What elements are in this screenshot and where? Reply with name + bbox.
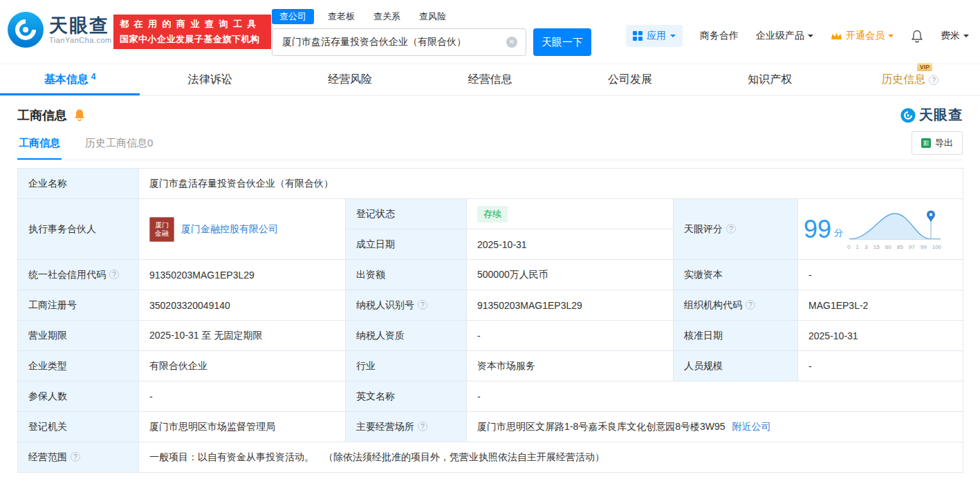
- tianyancha-logo-icon: [900, 108, 916, 123]
- label-business-term: 营业期限: [18, 321, 139, 351]
- section-title: 工商信息: [17, 107, 67, 124]
- label-business-scope: 经营范围: [18, 442, 139, 473]
- export-label: 导出: [935, 137, 953, 149]
- value-business-term: 2025-10-31 至 无固定期限: [139, 321, 346, 351]
- nav-open-vip[interactable]: 开通会员: [831, 30, 894, 42]
- subtab-history-business-info[interactable]: 历史工商信息0: [84, 130, 154, 160]
- caret-down-icon: [670, 35, 676, 40]
- search-tab-boss[interactable]: 查老板: [328, 10, 355, 23]
- promo-banner: 都在用的商业查询工具 国家中小企业发展子基金旗下机构: [113, 15, 271, 49]
- business-cooperation-label: 商务合作: [700, 30, 739, 42]
- caret-down-icon: [808, 35, 813, 40]
- partner-company-link[interactable]: 厦门金融控股有限公司: [181, 223, 278, 236]
- tab-company-development[interactable]: 公司发展: [560, 64, 700, 95]
- value-approval-date: 2025-10-31: [798, 321, 963, 351]
- tab-history-info[interactable]: 历史信息 VIP: [840, 64, 980, 95]
- label-registration-authority: 登记机关: [18, 412, 139, 442]
- value-business-scope: 一般项目：以自有资金从事投资活动。 （除依法须经批准的项目外，凭营业执照依法自主…: [139, 442, 963, 473]
- table-row: 执行事务合伙人 厦门 金融 厦门金融控股有限公司 登记状态 存续 天眼评分 99: [18, 199, 963, 229]
- tab-legal-proceedings[interactable]: 法律诉讼: [140, 64, 279, 95]
- table-row: 经营范围 一般项目：以自有资金从事投资活动。 （除依法须经批准的项目外，凭营业执…: [18, 442, 963, 473]
- value-registration-authority: 厦门市思明区市场监督管理局: [139, 412, 346, 442]
- label-english-name: 英文名称: [346, 381, 467, 412]
- label-insured-count: 参保人数: [18, 381, 139, 412]
- tab-label: 法律诉讼: [188, 73, 232, 87]
- table-row: 营业期限 2025-10-31 至 无固定期限 纳税人资质 - 核准日期 202…: [18, 321, 963, 351]
- open-vip-label: 开通会员: [846, 30, 885, 42]
- value-insured-count: -: [139, 381, 346, 412]
- value-capital: 500000万人民币: [467, 260, 674, 290]
- value-registration-status: 存续: [467, 199, 674, 229]
- bell-icon: [911, 30, 923, 43]
- watermark-logo-text: 天眼查: [919, 106, 963, 124]
- search-tab-relation[interactable]: 查关系: [373, 10, 400, 23]
- logo-domain-text: TianYanCha.com: [49, 36, 112, 44]
- label-executive-partner: 执行事务合伙人: [18, 199, 139, 260]
- nav-business-cooperation[interactable]: 商务合作: [700, 30, 739, 42]
- value-english-name: -: [467, 381, 963, 412]
- subtab-business-info[interactable]: 工商信息: [17, 130, 62, 160]
- value-tianyan-score[interactable]: 99 分 01: [798, 199, 963, 260]
- value-taxpayer-quality: -: [467, 321, 674, 351]
- clear-icon[interactable]: [506, 37, 517, 48]
- value-industry: 资本市场服务: [467, 351, 674, 381]
- label-registration-number: 工商注册号: [18, 290, 139, 321]
- nav-enterprise-products[interactable]: 企业级产品: [756, 30, 813, 42]
- caret-down-icon: [963, 35, 969, 40]
- caret-down-icon: [888, 35, 894, 40]
- tab-basic-info[interactable]: 基本信息 4: [0, 64, 140, 95]
- tab-count-badge: 4: [91, 72, 96, 82]
- nearby-companies-link[interactable]: 附近公司: [732, 421, 771, 433]
- content: 工商信息 天眼查 工商信息 历史工商信息0 导出: [0, 106, 980, 473]
- promo-line-2: 国家中小企业发展子基金旗下机构: [120, 33, 265, 46]
- logo-brand-text: 天眼查: [49, 15, 112, 36]
- subscribe-bell-icon[interactable]: [73, 109, 86, 122]
- label-tianyan-score: 天眼评分: [674, 199, 798, 260]
- search-tabs: 查公司 查老板 查关系 查风险: [272, 9, 591, 24]
- export-button[interactable]: 导出: [912, 131, 963, 155]
- score-curve: [847, 209, 943, 243]
- search-box[interactable]: [272, 28, 526, 56]
- value-company-name: 厦门市盘活存量投资合伙企业（有限合伙）: [139, 169, 963, 199]
- help-icon[interactable]: [71, 452, 80, 462]
- tab-operating-risk[interactable]: 经营风险: [280, 64, 420, 95]
- value-registration-number: 350203320049140: [139, 290, 346, 321]
- label-company-type: 企业类型: [18, 351, 139, 381]
- help-icon[interactable]: [726, 224, 736, 234]
- tianyancha-logo-icon: [7, 11, 44, 48]
- excel-icon: [921, 138, 931, 148]
- search-button[interactable]: 天眼一下: [533, 28, 591, 56]
- help-icon[interactable]: [109, 270, 119, 279]
- top-nav: 应用 商务合作 企业级产品 开通会员 费米: [626, 25, 969, 47]
- value-main-address: 厦门市思明区文屏路1-8号嘉禾良库文化创意园8号楼3W95 附近公司: [467, 412, 963, 442]
- help-icon[interactable]: [418, 422, 427, 431]
- site-logo[interactable]: 天眼查 TianYanCha.com: [7, 11, 112, 48]
- help-icon[interactable]: [929, 75, 939, 85]
- label-registration-status: 登记状态: [346, 199, 467, 229]
- header: 天眼查 TianYanCha.com 都在用的商业查询工具 国家中小企业发展子基…: [0, 0, 980, 64]
- notification-bell-button[interactable]: [911, 30, 923, 43]
- table-row: 工商注册号 350203320049140 纳税人识别号 91350203MAG…: [18, 290, 963, 321]
- tab-label: 经营信息: [468, 73, 512, 87]
- apps-button[interactable]: 应用: [626, 25, 683, 47]
- value-taxpayer-id: 91350203MAG1EP3L29: [467, 290, 674, 321]
- help-icon[interactable]: [418, 300, 427, 310]
- help-icon[interactable]: [746, 300, 755, 310]
- label-industry: 行业: [346, 351, 467, 381]
- value-staff-size: -: [798, 351, 963, 381]
- tab-intellectual-property[interactable]: 知识产权: [700, 64, 840, 95]
- tab-operating-info[interactable]: 经营信息: [420, 64, 560, 95]
- label-established-date: 成立日期: [346, 229, 467, 260]
- table-row: 企业类型 有限合伙企业 行业 资本市场服务 人员规模 -: [18, 351, 963, 381]
- search-tab-company[interactable]: 查公司: [272, 9, 314, 24]
- search-tab-risk[interactable]: 查风险: [419, 10, 446, 23]
- value-executive-partner: 厦门 金融 厦门金融控股有限公司: [139, 199, 346, 260]
- tab-label: 公司发展: [608, 73, 652, 87]
- score-axis-labels: 01 315 6085 9799 100: [847, 244, 941, 250]
- score-number: 99: [804, 215, 831, 244]
- promo-line-1: 都在用的商业查询工具: [120, 18, 265, 30]
- table-row: 统一社会信用代码 91350203MAG1EP3L29 出资额 500000万人…: [18, 260, 963, 290]
- user-menu[interactable]: 费米: [941, 30, 969, 42]
- search-input[interactable]: [281, 36, 506, 48]
- table-row: 参保人数 - 英文名称 -: [18, 381, 963, 412]
